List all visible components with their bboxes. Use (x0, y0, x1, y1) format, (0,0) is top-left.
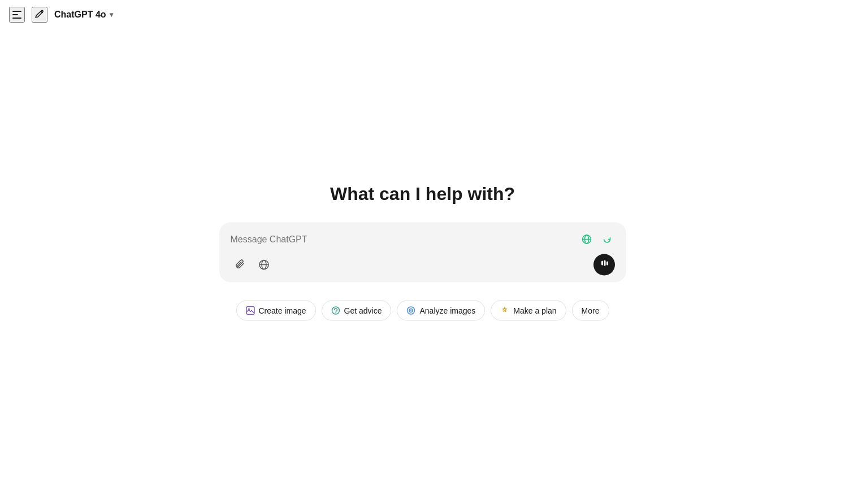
get-advice-label: Get advice (344, 306, 382, 315)
model-selector[interactable]: ChatGPT 4o ▾ (54, 10, 113, 20)
input-bottom-left-icons (231, 255, 274, 275)
model-name: ChatGPT 4o (54, 10, 106, 20)
get-advice-chip[interactable]: Get advice (322, 301, 392, 321)
input-bottom-row (231, 254, 615, 276)
message-input[interactable] (231, 234, 579, 245)
globe-button[interactable] (254, 255, 274, 275)
more-chip[interactable]: More (572, 301, 609, 321)
sidebar-toggle-button[interactable] (9, 7, 25, 23)
create-image-chip[interactable]: Create image (236, 301, 316, 321)
main-content: What can I help with? (219, 184, 626, 321)
model-selector-chevron: ▾ (110, 11, 113, 19)
create-image-icon (246, 306, 255, 315)
attach-button[interactable] (231, 255, 250, 275)
refresh-icon (599, 232, 615, 247)
input-container (219, 223, 626, 283)
svg-rect-9 (601, 261, 603, 266)
more-label: More (582, 306, 600, 315)
analyze-images-label: Analyze images (419, 306, 475, 315)
svg-rect-1 (12, 14, 18, 15)
analyze-images-chip[interactable]: Analyze images (397, 301, 485, 321)
svg-rect-0 (12, 11, 21, 12)
top-bar: ChatGPT 4o ▾ (0, 0, 845, 29)
get-advice-icon (331, 306, 340, 315)
svg-rect-2 (12, 18, 21, 19)
search-globe-icon (579, 232, 595, 247)
svg-point-15 (335, 312, 336, 314)
svg-rect-11 (606, 262, 608, 266)
svg-point-18 (410, 310, 411, 311)
make-plan-chip[interactable]: Make a plan (491, 301, 566, 321)
analyze-images-icon (406, 306, 415, 315)
new-chat-button[interactable] (32, 7, 47, 23)
voice-button[interactable] (593, 254, 615, 276)
svg-rect-10 (604, 260, 605, 266)
action-chips: Create image Get advice Analyze imag (236, 301, 609, 321)
create-image-label: Create image (259, 306, 306, 315)
main-heading: What can I help with? (330, 184, 515, 205)
input-right-icons (579, 232, 615, 247)
make-plan-label: Make a plan (513, 306, 556, 315)
make-plan-icon (500, 306, 509, 315)
input-top-row (231, 232, 615, 247)
